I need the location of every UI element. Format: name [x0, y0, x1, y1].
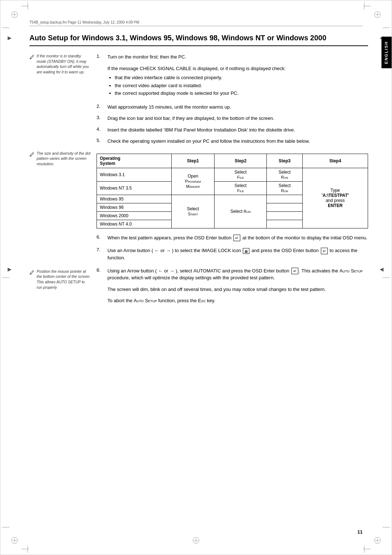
reg-mark-bm [193, 537, 199, 544]
bullet-list: that the video interface cable is connec… [115, 74, 286, 97]
step-3: 3. Drag the icon bar and tool bar, if th… [97, 115, 368, 122]
table-header-row: OperatingSystem Step1 Step2 Step3 Step4 [97, 154, 368, 168]
arrow-indicator: ◀ [380, 266, 384, 272]
step-signal-num [97, 65, 103, 99]
arrow-right-sym: → [166, 248, 171, 253]
step2-winnt35: SelectFile [215, 181, 267, 195]
step-5-text: Check the operating system installed on … [107, 138, 310, 145]
trim-mark [363, 6, 371, 6]
os-winnt40: Windows NT 4.0 [97, 220, 172, 228]
setup-table: OperatingSystem Step1 Step2 Step3 Step4 … [97, 154, 368, 228]
step-7-text: Use an Arrow button ( ← or → ) to select… [107, 247, 368, 261]
step1-win95-2000: SelectStart [171, 195, 215, 228]
step-signal-text: If the message CHECK SIGNAL CABLE is dis… [107, 65, 286, 72]
right-column: 1. Turn on the monitor first; then the P… [97, 53, 368, 149]
step-8: 8. Using an Arrow button ( ← or → ), sel… [97, 267, 368, 281]
note-3-text: Position the mouse pointer at the bottom… [37, 269, 91, 290]
step3-win2000 [267, 211, 303, 220]
th-os: OperatingSystem [97, 154, 172, 168]
step-3-text: Drag the icon bar and tool bar, if they … [107, 115, 274, 122]
trim-mark [2, 278, 9, 278]
step-6-num: 6. [97, 234, 103, 242]
trim-mark [28, 546, 28, 553]
step8-section: 🖉 Position the mouse pointer at the bott… [29, 267, 368, 309]
arrow-right-sym-2: → [170, 268, 174, 274]
note-abort-num [97, 297, 103, 304]
note-abort: To abort the Auto Setup function, press … [97, 297, 368, 304]
osd-enter-icon-2: ↵ [321, 248, 328, 255]
left-col-note2: 🖉 The size and diversity of the dot patt… [29, 151, 97, 228]
th-step2: Step2 [215, 154, 267, 168]
step-8-num: 8. [97, 267, 103, 281]
step-1: 1. Turn on the monitor first; then the P… [97, 53, 368, 61]
step-6: 6. When the test pattern appears, press … [97, 234, 368, 242]
note-1-text: If the monitor is in standby mode (STAND… [37, 53, 91, 75]
trim-mark [2, 28, 9, 28]
step7-content: 7. Use an Arrow button ( ← or → ) to sel… [97, 247, 368, 266]
bullet-2: the correct video adapter card is instal… [115, 82, 286, 89]
reg-mark-br [374, 537, 381, 544]
step-5-num: 5. [97, 138, 103, 145]
arrow-indicator: ▶ [8, 35, 12, 41]
step8-content: 8. Using an Arrow button ( ← or → ), sel… [97, 267, 368, 309]
left-col-step7 [29, 247, 97, 266]
main-content: Auto Setup for Windows 3.1, Windows 95, … [29, 33, 368, 526]
step-7: 7. Use an Arrow button ( ← or → ) to sel… [97, 247, 368, 261]
os-win95: Windows 95 [97, 195, 172, 203]
step-4-num: 4. [97, 126, 103, 134]
reg-mark-tr [374, 11, 381, 18]
pencil-icon-3: 🖉 [29, 269, 34, 276]
table-section: 🖉 The size and diversity of the dot patt… [29, 151, 368, 228]
left-col-lower [29, 234, 97, 246]
arrow-left-sym: ← [154, 248, 159, 253]
reg-mark-tl [11, 11, 18, 18]
note-2-text: The size and diversity of the dot patter… [37, 151, 91, 167]
step-4-text: Insert the diskette labelled ‘IBM Flat P… [107, 126, 295, 134]
th-step3: Step3 [267, 154, 303, 168]
os-winnt35: Windows NT 3.5 [97, 181, 172, 195]
os-win31: Windows 3.1 [97, 168, 172, 181]
note-screen-dim: The screen will dim, blink on and off se… [97, 286, 368, 293]
trim-mark [383, 527, 390, 527]
step2-win95-2000: Select Run [215, 195, 267, 228]
bullet-3: the correct supported display mode is se… [115, 90, 286, 97]
note-dim-num [97, 286, 103, 293]
language-tab: ENGLISH [381, 37, 392, 68]
left-column: 🖉 If the monitor is in standby mode (STA… [29, 53, 97, 149]
step7-section: 7. Use an Arrow button ( ← or → ) to sel… [29, 247, 368, 266]
step3-winnt35: SelectRun [267, 181, 303, 195]
os-win2000: Windows 2000 [97, 211, 172, 220]
osd-enter-icon: ↵ [233, 235, 240, 242]
os-win98: Windows 98 [97, 203, 172, 211]
step-1-text: Turn on the monitor first; then the PC. [107, 53, 186, 61]
step-7-num: 7. [97, 247, 103, 261]
trim-mark [364, 546, 364, 553]
trim-mark [383, 278, 390, 278]
th-step1: Step1 [171, 154, 215, 168]
lower-section: 6. When the test pattern appears, press … [29, 234, 368, 246]
arrow-indicator: ▶ [8, 266, 12, 272]
step-4: 4. Insert the diskette labelled ‘IBM Fla… [97, 126, 368, 134]
page-header: T54B_setup.backup.fm Page 11 Wednesday, … [29, 20, 363, 26]
page-frame: ▶ ▶ ◀ ◀ ENGLISH T54B_setup.backup.fm Pag… [0, 0, 392, 555]
step-1-num: 1. [97, 53, 103, 61]
bullet-1: that the video interface cable is connec… [115, 74, 286, 81]
left-col-step8: 🖉 Position the mouse pointer at the bott… [29, 267, 97, 309]
step4-all: Type'A:\TESTPAT'and pressENTER [303, 168, 368, 228]
step-2-text: Wait approximately 15 minutes, until the… [107, 104, 231, 111]
page-title: Auto Setup for Windows 3.1, Windows 95, … [29, 33, 368, 46]
trim-mark [28, 2, 28, 9]
trim-mark [2, 527, 9, 527]
th-step4: Step4 [303, 154, 368, 168]
arrow-left-sym-2: ← [158, 268, 163, 274]
lower-steps: 6. When the test pattern appears, press … [97, 234, 368, 246]
step3-win31: SelectRun [267, 168, 303, 181]
step-signal-content: If the message CHECK SIGNAL CABLE is dis… [107, 65, 286, 99]
reg-mark-bl [11, 537, 18, 544]
step1-win31-nt35: OpenProgramManger [171, 168, 215, 195]
step3-win95 [267, 195, 303, 203]
step-3-num: 3. [97, 115, 103, 122]
file-info: T54B_setup.backup.fm Page 11 Wednesday, … [29, 20, 139, 24]
note-1: 🖉 If the monitor is in standby mode (STA… [29, 53, 91, 75]
step3-win98 [267, 203, 303, 211]
